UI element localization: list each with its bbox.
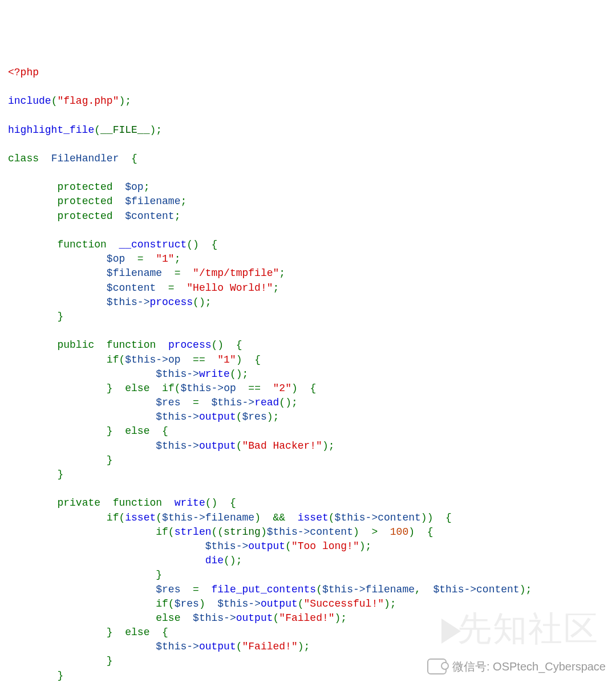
res-var: $res: [175, 598, 199, 609]
and-op: &&: [273, 512, 286, 523]
protected-kw: protected: [57, 210, 112, 222]
function-kw: function: [107, 339, 156, 351]
protected-kw: protected: [57, 196, 112, 207]
cmp-2: "2": [273, 383, 291, 394]
this-var: $this: [156, 411, 187, 422]
isset-call: isset: [298, 512, 329, 523]
file-put-contents-call: file_put_contents: [212, 584, 317, 595]
this-var: $this: [156, 440, 187, 452]
if-kw: if: [107, 354, 119, 365]
successful-str: "Successful!": [304, 598, 384, 609]
this-var: $this: [212, 397, 242, 408]
write-call: write: [199, 368, 230, 380]
file-const: __FILE__: [100, 124, 149, 136]
this-var: $this: [162, 512, 193, 523]
this-var: $this: [433, 584, 464, 595]
prop-filename: $filename: [125, 196, 180, 207]
else-kw: else: [125, 383, 149, 394]
res-var: $res: [156, 397, 180, 408]
this-var: $this: [205, 540, 236, 552]
this-var: $this: [156, 641, 187, 652]
process-call: process: [149, 296, 193, 308]
failed-str: "Failed!": [279, 612, 334, 624]
if-kw: if: [162, 383, 175, 394]
this-var: $this: [181, 383, 212, 394]
isset-call: isset: [125, 512, 156, 523]
filename-prop: filename: [366, 584, 415, 595]
output-call: output: [199, 411, 236, 422]
class-keyword: class: [8, 153, 39, 164]
output-call: output: [199, 641, 236, 652]
output-call: output: [261, 598, 298, 609]
else-kw: else: [156, 612, 180, 624]
this-var: $this: [156, 368, 187, 380]
filename-prop: filename: [205, 512, 254, 523]
function-kw: function: [57, 239, 106, 250]
this-var: $this: [322, 584, 353, 595]
content-prop: content: [476, 584, 520, 595]
output-call: output: [236, 612, 273, 624]
this-var: $this: [267, 526, 298, 538]
op-prop: op: [168, 354, 181, 365]
include-call: include: [8, 95, 51, 107]
construct-method: __construct: [119, 239, 187, 250]
res-var: $res: [242, 411, 267, 422]
if-kw: if: [107, 512, 119, 523]
content-prop: content: [310, 526, 353, 538]
too-long-str: "Too long!": [291, 540, 359, 552]
process-method: process: [168, 339, 212, 351]
content-val: "Hello World!": [187, 282, 273, 294]
read-call: read: [254, 397, 279, 408]
this-var: $this: [193, 612, 224, 624]
else-kw: else: [125, 425, 149, 437]
protected-kw: protected: [57, 181, 112, 193]
private-kw: private: [57, 497, 100, 509]
this-var: $this: [125, 354, 156, 365]
content-var: $content: [107, 282, 156, 294]
output-call: output: [248, 540, 285, 552]
die-call: die: [205, 555, 224, 566]
php-open-tag: <?php: [8, 67, 39, 78]
content-prop: content: [378, 512, 421, 523]
op-val: "1": [156, 253, 174, 265]
function-kw: function: [113, 497, 162, 509]
public-kw: public: [57, 339, 94, 351]
res-var: $res: [156, 584, 180, 595]
class-name: FileHandler: [51, 153, 119, 164]
cmp-1: "1": [217, 354, 236, 365]
if-kw: if: [156, 526, 168, 538]
prop-op: $op: [125, 181, 143, 193]
op-prop: op: [224, 383, 236, 394]
prop-content: $content: [125, 210, 174, 222]
highlight-file-call: highlight_file: [8, 124, 94, 136]
string-cast: string: [224, 526, 261, 538]
else-kw: else: [125, 627, 149, 638]
filename-val: "/tmp/tmpfile": [193, 267, 279, 279]
this-var: $this: [335, 512, 366, 523]
this-var: $this: [107, 296, 137, 308]
include-arg: "flag.php": [57, 95, 119, 107]
bad-hacker-str: "Bad Hacker!": [242, 440, 322, 452]
php-source-code: <?php include("flag.php"); highlight_fil…: [8, 66, 608, 687]
op-var: $op: [107, 253, 125, 265]
strlen-call: strlen: [175, 526, 212, 538]
if-kw: if: [156, 598, 168, 609]
this-var: $this: [217, 598, 248, 609]
filename-var: $filename: [107, 267, 162, 279]
failed-str: "Failed!": [242, 641, 298, 652]
output-call: output: [199, 440, 236, 452]
num-100: 100: [390, 526, 408, 538]
write-method: write: [175, 497, 205, 509]
